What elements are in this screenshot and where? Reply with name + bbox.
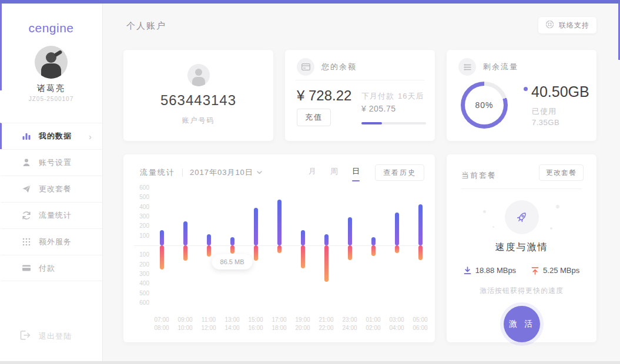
sidebar-item-3[interactable]: 更改套餐 [0, 176, 102, 202]
balance-card: 您的余额 ¥ 728.22 充值 下月付款16天后 ¥ 205.75 [285, 50, 435, 141]
sidebar-item-1[interactable]: 我的数据› [0, 123, 102, 149]
traffic-bar-chart: 60060050050040040030030020020010010007:0… [134, 188, 424, 303]
logout-button[interactable]: 退出登陆 [20, 331, 72, 342]
bar-up[interactable] [324, 234, 329, 245]
bar-down[interactable] [395, 245, 399, 253]
current-plan-card: 当前套餐 更改套餐 速度与激情 18.88 M [447, 154, 596, 342]
change-plan-button[interactable]: 更改套餐 [539, 164, 584, 181]
support-button-label: 联络支持 [559, 21, 589, 31]
download-icon [464, 267, 471, 275]
x-axis-label: 07:0008:00 [149, 316, 175, 332]
bar-down[interactable] [183, 245, 187, 261]
bar-down[interactable] [277, 245, 281, 253]
date-dropdown[interactable]: 2017年03月10日 [190, 167, 262, 178]
support-button[interactable]: 联络支持 [538, 17, 596, 33]
plan-name: 速度与激情 [447, 241, 596, 254]
upload-icon [531, 267, 539, 275]
decor-dot [550, 227, 552, 230]
sidebar-item-4[interactable]: 流量统计 [0, 202, 102, 228]
sidebar-item-label: 流量统计 [39, 210, 72, 221]
x-axis-label: 09:0010:00 [172, 316, 198, 332]
bar-up[interactable] [207, 234, 211, 245]
bar-up[interactable] [418, 204, 423, 245]
data-used-value: 7.35GB [532, 118, 559, 127]
bar-up[interactable] [160, 230, 164, 245]
chart-tooltip: 86.5 MB [212, 254, 253, 269]
view-history-button[interactable]: 查看历史 [375, 164, 424, 181]
activate-button[interactable]: 激 活 [504, 306, 540, 342]
y-axis-tick: 100 [134, 251, 149, 258]
decor-dot [492, 226, 494, 228]
bar-down[interactable] [230, 245, 234, 254]
y-axis-tick: 300 [134, 213, 149, 220]
sidebar: cengine 诸葛亮 JZ05-2500107 我的数据›账号设置更改套餐流量… [0, 4, 103, 361]
x-axis-label: 11:0012:00 [196, 316, 222, 332]
bar-down[interactable] [254, 245, 258, 261]
sidebar-item-6[interactable]: 付款 [0, 255, 102, 281]
top-accent-bar [0, 0, 620, 4]
bar-chart-icon [21, 131, 32, 141]
sidebar-item-5[interactable]: 额外服务 [0, 228, 102, 255]
donut-percent-label: 80% [475, 100, 493, 110]
user-name: 诸葛亮 [0, 83, 102, 94]
bar-down[interactable] [301, 245, 305, 268]
y-axis-tick: 200 [134, 261, 149, 268]
divider [296, 80, 424, 80]
payment-progress-fill [361, 122, 382, 124]
y-axis-tick: 200 [134, 223, 149, 229]
bar-up[interactable] [371, 237, 376, 245]
bar-up[interactable] [348, 217, 352, 245]
bar-down[interactable] [324, 245, 329, 282]
bar-up[interactable] [301, 230, 305, 245]
bar-down[interactable] [160, 245, 164, 269]
x-axis-label: 21:0022:00 [313, 316, 339, 332]
next-payment-amount: ¥ 205.75 [361, 104, 396, 113]
x-axis-label: 23:0024:00 [337, 316, 363, 332]
data-remaining-value: 40.50GB [531, 83, 589, 100]
logo: cengine [0, 21, 102, 35]
sidebar-item-label: 付款 [39, 263, 55, 274]
y-axis-tick: 500 [134, 194, 149, 200]
logout-label: 退出登陆 [39, 331, 72, 342]
account-number: 563443143 [123, 92, 273, 109]
x-axis-label: 03:0004:00 [384, 316, 410, 332]
traffic-title: 流量统计 [140, 167, 175, 178]
x-axis-label: 19:0020:00 [290, 316, 316, 332]
balance-card-title: 您的余额 [321, 62, 357, 72]
bar-down[interactable] [371, 245, 376, 256]
grid-dots-icon [21, 237, 32, 247]
avatar[interactable] [35, 46, 68, 79]
tab-period-2[interactable]: 周 [330, 166, 338, 179]
bar-down[interactable] [418, 245, 423, 260]
tab-period-1[interactable]: 月 [309, 166, 316, 179]
bar-up[interactable] [183, 221, 187, 245]
sidebar-menu: 我的数据›账号设置更改套餐流量统计额外服务付款 [0, 123, 102, 281]
bar-up[interactable] [277, 200, 281, 245]
x-axis-label: 15:0016:00 [243, 316, 269, 332]
traffic-chart-header: 流量统计 2017年03月10日 月周日 查看历史 [140, 164, 424, 181]
bar-down[interactable] [348, 245, 352, 260]
tab-period-3[interactable]: 日 [352, 166, 360, 179]
user-icon [21, 157, 32, 168]
activate-hint: 激活按钮获得更快的速度 [447, 286, 596, 296]
sidebar-item-label: 账号设置 [39, 157, 72, 168]
bullet-dot [524, 87, 528, 91]
y-axis-tick: 300 [134, 271, 149, 277]
period-tabs: 月周日 [301, 166, 367, 179]
x-axis-label: 17:0018:00 [266, 316, 292, 332]
x-axis-label: 01:0002:00 [360, 316, 386, 332]
data-usage-donut: 80% [461, 82, 508, 129]
bar-up[interactable] [254, 208, 258, 245]
bar-up[interactable] [230, 237, 234, 245]
x-axis-label: 13:0014:00 [219, 316, 245, 332]
page-title: 个人账户 [126, 21, 166, 32]
sidebar-item-2[interactable]: 账号设置 [0, 149, 102, 176]
bar-up[interactable] [395, 213, 399, 245]
divider [182, 168, 183, 177]
bar-down[interactable] [207, 245, 211, 257]
recharge-button[interactable]: 充值 [297, 109, 331, 126]
y-axis-tick: 500 [134, 290, 149, 296]
left-accent-bar [0, 4, 2, 90]
account-card: 563443143 账户号码 [123, 50, 273, 141]
plan-card-title: 当前套餐 [461, 170, 497, 181]
